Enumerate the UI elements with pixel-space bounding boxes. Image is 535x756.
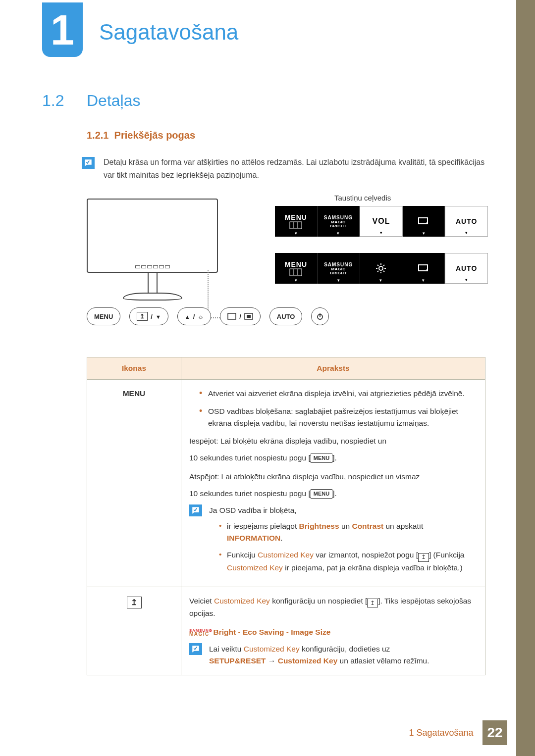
physical-buttons-row: MENU ↥/ /☼ / AUTO xyxy=(87,307,329,325)
svg-rect-16 xyxy=(419,265,428,271)
svg-point-7 xyxy=(379,266,383,270)
customkey-icon: ↥ xyxy=(367,599,378,607)
svg-rect-19 xyxy=(247,315,251,318)
desc-cell-menu: Atveriet vai aizveriet ekrāna displeja i… xyxy=(181,380,485,587)
subsection-title: Priekšējās pogas xyxy=(114,130,195,141)
table-row: MENU Atveriet vai aizveriet ekrāna displ… xyxy=(87,380,485,587)
col-icons-header: Ikonas xyxy=(87,357,181,380)
footer-chapter-label: 1 Sagatavošana xyxy=(409,728,473,738)
brightness-icon: ☼ xyxy=(198,313,204,320)
note-icon xyxy=(82,157,95,169)
auto-button: AUTO xyxy=(269,307,303,325)
monitor-illustration xyxy=(87,199,218,301)
customkey-options: SAMSUNGMAGICBright - Eco Saving - Image … xyxy=(189,626,477,638)
svg-rect-4 xyxy=(290,269,302,276)
osd-menu-label: MENU xyxy=(285,213,307,221)
nested-note-lead: Ja OSD vadība ir bloķēta, xyxy=(209,504,477,516)
source-enter-button: / xyxy=(220,307,261,325)
table-row: ↥ Veiciet Customized Key konfigurāciju u… xyxy=(87,587,485,675)
hold-text: 10 sekundes turiet nospiestu pogu [MENU]… xyxy=(189,452,477,464)
customkey-icon: ↥ xyxy=(418,553,429,562)
source-icon xyxy=(227,313,236,320)
osd-magic-bright-label: MAGICBRIGHT xyxy=(330,220,347,228)
osd-auto-label: AUTO xyxy=(456,217,477,225)
section-title: Detaļas xyxy=(87,92,141,109)
return-icon xyxy=(417,216,430,226)
menu-chip: MENU xyxy=(311,489,332,499)
svg-rect-0 xyxy=(290,222,302,229)
return-icon xyxy=(417,263,430,273)
power-icon xyxy=(316,312,324,320)
customkey-icon: ↥ xyxy=(127,597,142,608)
diagram-area: Taustiņu ceļvedis MENU▾ SAMSUNGMAGICBRIG… xyxy=(87,194,488,337)
samsung-magic-label: SAMSUNGMAGIC xyxy=(189,629,213,636)
svg-line-13 xyxy=(383,271,384,272)
list-item: ir iespējams pielāgot Brightness un Cont… xyxy=(219,520,477,544)
section-heading: 1.2Detaļas xyxy=(42,92,488,110)
icon-cell-menu: MENU xyxy=(87,380,181,587)
side-stripe xyxy=(516,0,535,756)
menu-button: MENU xyxy=(87,307,120,325)
hold-text: 10 sekundes turiet nospiestu pogu [MENU]… xyxy=(189,488,477,500)
customkey-down-button: ↥/ xyxy=(129,307,168,325)
brightness-icon xyxy=(375,263,386,274)
customkey-note: Lai veiktu Customized Key konfigurāciju,… xyxy=(209,643,429,667)
power-button xyxy=(311,307,329,325)
osd-vol-label: VOL xyxy=(373,217,390,226)
svg-line-15 xyxy=(377,271,378,272)
chapter-number: 1 xyxy=(51,5,74,54)
intro-note-text: Detaļu krāsa un forma var atšķirties no … xyxy=(104,156,488,181)
col-desc-header: Apraksts xyxy=(181,357,485,380)
section-number: 1.2 xyxy=(42,92,87,110)
buttons-table: Ikonas Apraksts MENU Atveriet vai aizver… xyxy=(87,357,485,675)
up-brightness-button: /☼ xyxy=(177,307,211,325)
disable-text: Atspējot: Lai atbloķētu ekrāna displeja … xyxy=(189,471,477,483)
osd-bar-1: MENU▾ SAMSUNGMAGICBRIGHT▾ VOL▾ ▾ AUTO▾ xyxy=(275,206,488,237)
enter-icon xyxy=(244,313,253,320)
customkey-desc: Veiciet Customized Key konfigurāciju un … xyxy=(189,595,477,619)
page-footer: 1 Sagatavošana 22 xyxy=(0,720,516,745)
note-icon xyxy=(189,504,202,516)
customkey-icon: ↥ xyxy=(137,312,148,321)
chapter-title: Sagatavošana xyxy=(99,20,238,45)
chapter-tab: 1 xyxy=(42,2,83,57)
osd-menu-label: MENU xyxy=(285,260,307,268)
enable-text: Iespējot: Lai bloķētu ekrāna displeja va… xyxy=(189,435,477,447)
key-guide-label: Taustiņu ceļvedis xyxy=(334,194,391,202)
list-item: Funkciju Customized Key var izmantot, no… xyxy=(219,549,477,573)
svg-rect-17 xyxy=(228,313,236,319)
menu-chip: MENU xyxy=(311,454,332,463)
icon-cell-customkey: ↥ xyxy=(87,587,181,675)
osd-bar-2: MENU▾ SAMSUNGMAGICBRIGHT▾ ▾ ▾ AUTO▾ xyxy=(275,253,488,284)
osd-magic-bright-label: MAGICBRIGHT xyxy=(330,267,347,275)
subsection-number: 1.2.1 xyxy=(87,130,108,141)
svg-line-12 xyxy=(377,265,378,266)
list-item: OSD vadības bloķēšana: saglabājiet pašre… xyxy=(199,405,477,429)
note-icon xyxy=(189,643,202,655)
desc-cell-customkey: Veiciet Customized Key konfigurāciju un … xyxy=(181,587,485,675)
page-number: 22 xyxy=(482,720,507,745)
svg-line-14 xyxy=(383,265,384,266)
osd-auto-label: AUTO xyxy=(456,264,477,272)
subsection-heading: 1.2.1 Priekšējās pogas xyxy=(87,130,488,141)
list-item: Atveriet vai aizveriet ekrāna displeja i… xyxy=(199,388,477,400)
svg-rect-3 xyxy=(419,218,428,224)
